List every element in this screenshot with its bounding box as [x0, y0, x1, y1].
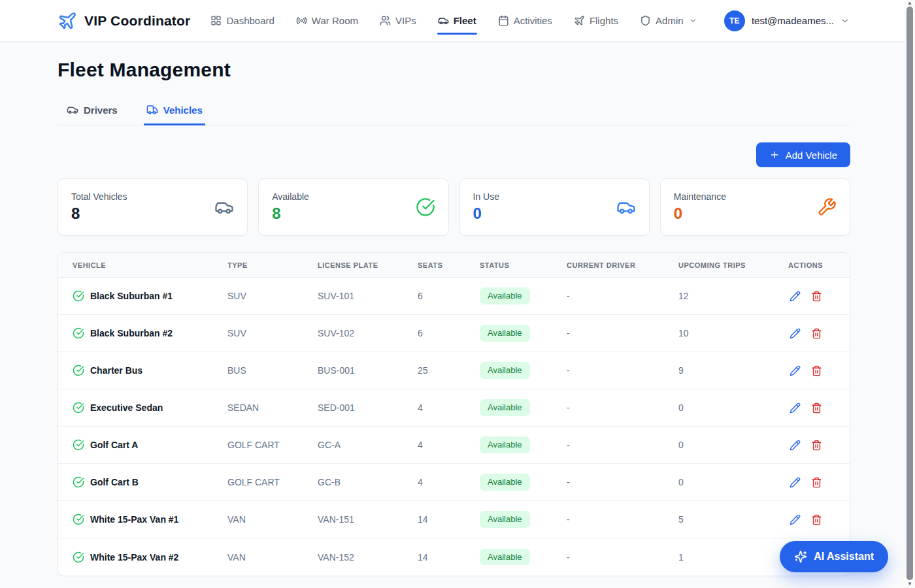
fleet-tabs: Drivers Vehicles [58, 101, 850, 125]
status-badge: Available [480, 287, 530, 304]
seats: 6 [418, 291, 480, 301]
upcoming-trips: 1 [678, 552, 788, 563]
check-circle-icon [73, 476, 84, 488]
table-row: Black Suburban #2 SUV SUV-102 6 Availabl… [58, 315, 850, 352]
upcoming-trips: 5 [678, 514, 788, 525]
nav-item-activities[interactable]: Activities [497, 11, 553, 30]
stat-cards: Total Vehicles 8 Available 8 In Use 0 Ma… [58, 178, 850, 236]
nav-label: Fleet [454, 15, 476, 26]
scroll-up-arrow[interactable]: ▲ [905, 0, 915, 7]
chevron-down-icon [840, 16, 850, 25]
license-plate: SUV-102 [318, 328, 418, 338]
delete-button[interactable] [810, 438, 824, 452]
status-badge: Available [480, 511, 530, 528]
vehicle-name: Charter Bus [90, 365, 142, 376]
upcoming-trips: 10 [678, 328, 788, 338]
check-circle-icon [416, 197, 435, 217]
plane-icon [574, 15, 585, 26]
scroll-down-arrow[interactable]: ▼ [905, 581, 915, 587]
table-row: White 15-Pax Van #2 VAN VAN-152 14 Avail… [58, 538, 850, 576]
delete-button[interactable] [810, 289, 824, 303]
current-driver: - [567, 402, 678, 413]
pencil-icon [790, 477, 801, 488]
nav-item-fleet[interactable]: Fleet [437, 11, 477, 30]
nav-item-war-room[interactable]: War Room [295, 11, 359, 30]
table-row: Charter Bus BUS BUS-001 25 Available - 9 [58, 352, 850, 389]
stat-label: Maintenance [674, 191, 726, 202]
table-row: Golf Cart A GOLF CART GC-A 4 Available -… [58, 427, 850, 464]
add-vehicle-label: Add Vehicle [786, 150, 837, 161]
stat-card-available: Available 8 [258, 178, 448, 236]
trash-icon [811, 328, 822, 339]
status-badge: Available [480, 325, 530, 342]
table-row: Black Suburban #1 SUV SUV-101 6 Availabl… [58, 278, 850, 315]
main-nav: Dashboard War Room VIPs Fleet Activities… [210, 11, 697, 30]
ai-assistant-button[interactable]: AI Assistant [780, 541, 888, 572]
vehicle-name: Golf Cart A [90, 440, 138, 450]
edit-button[interactable] [788, 327, 802, 340]
stat-card-maintenance: Maintenance 0 [660, 178, 850, 236]
user-email: test@madeames... [752, 15, 834, 26]
delete-button[interactable] [810, 401, 824, 415]
shield-icon [640, 15, 651, 26]
tab-drivers[interactable]: Drivers [64, 101, 120, 125]
license-plate: BUS-001 [318, 365, 418, 376]
vehicle-type: VAN [227, 514, 318, 525]
delete-button[interactable] [810, 364, 824, 378]
license-plate: SUV-101 [318, 291, 418, 301]
nav-item-flights[interactable]: Flights [573, 11, 619, 30]
status-badge: Available [480, 399, 530, 416]
calendar-icon [498, 15, 509, 26]
pencil-icon [790, 440, 801, 451]
tab-vehicles[interactable]: Vehicles [144, 101, 205, 125]
stat-value: 0 [674, 205, 726, 222]
delete-button[interactable] [810, 513, 824, 527]
van-icon [146, 104, 158, 116]
check-circle-icon [73, 514, 84, 525]
seats: 25 [418, 365, 480, 376]
add-vehicle-button[interactable]: Add Vehicle [756, 142, 850, 167]
edit-button[interactable] [788, 289, 802, 303]
stat-label: Total Vehicles [71, 191, 127, 202]
current-driver: - [567, 365, 678, 376]
check-circle-icon [73, 551, 84, 563]
delete-button[interactable] [810, 476, 824, 489]
upcoming-trips: 0 [678, 402, 788, 413]
edit-button[interactable] [788, 513, 802, 527]
trash-icon [811, 477, 822, 488]
vehicle-type: SUV [227, 328, 318, 338]
table-row: White 15-Pax Van #1 VAN VAN-151 14 Avail… [58, 501, 850, 538]
seats: 4 [418, 402, 480, 413]
check-circle-icon [73, 439, 84, 451]
edit-button[interactable] [788, 476, 802, 489]
edit-button[interactable] [788, 364, 802, 378]
avatar: TE [724, 10, 745, 31]
page-title: Fleet Management [58, 59, 850, 81]
edit-button[interactable] [788, 401, 802, 415]
current-driver: - [567, 328, 678, 338]
column-header-upcoming-trips: Upcoming Trips [678, 261, 788, 269]
trash-icon [811, 365, 822, 376]
license-plate: GC-B [318, 477, 418, 487]
nav-item-admin[interactable]: Admin [639, 11, 698, 30]
users-icon [380, 15, 391, 26]
delete-button[interactable] [810, 327, 824, 340]
top-navbar: VIP Coordinator Dashboard War Room VIPs … [0, 0, 915, 42]
edit-button[interactable] [788, 438, 802, 452]
plus-icon [769, 150, 780, 160]
nav-item-dashboard[interactable]: Dashboard [210, 11, 274, 30]
vehicle-type: BUS [227, 365, 318, 376]
scrollbar-thumb[interactable] [907, 7, 913, 580]
scrollbar[interactable]: ▲ ▼ [905, 0, 915, 588]
brand-name: VIP Coordinator [84, 13, 190, 29]
nav-item-vips[interactable]: VIPs [379, 11, 417, 30]
current-driver: - [567, 514, 678, 525]
car-icon [438, 15, 449, 26]
trash-icon [811, 514, 822, 525]
status-badge: Available [480, 549, 530, 566]
user-menu[interactable]: TE test@madeames... [724, 10, 850, 31]
pencil-icon [790, 291, 801, 302]
vehicle-type: GOLF CART [227, 440, 318, 450]
nav-label: Dashboard [226, 15, 274, 26]
brand[interactable]: VIP Coordinator [58, 11, 190, 31]
